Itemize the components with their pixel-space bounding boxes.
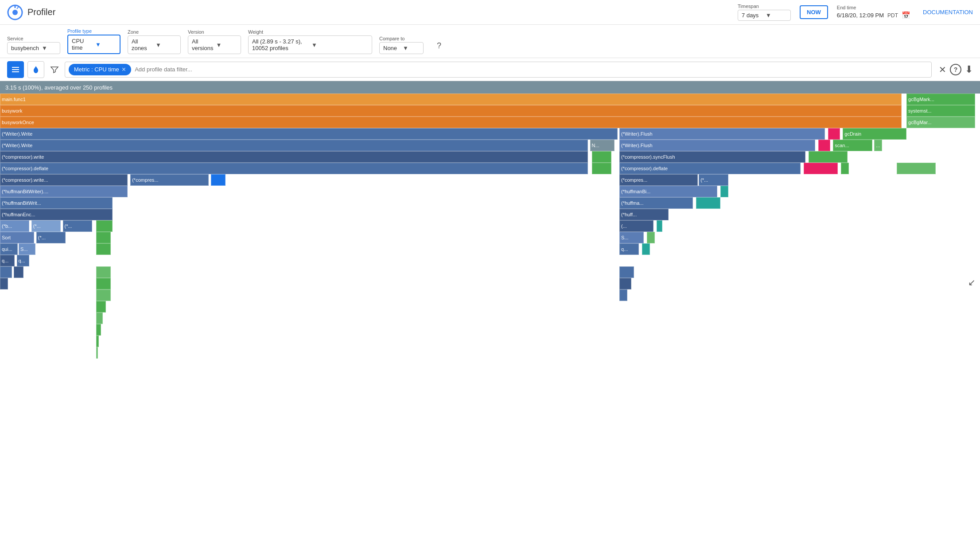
flame-block[interactable]	[696, 197, 720, 209]
flame-block[interactable]: (*Writer).Flush	[619, 140, 815, 151]
flame-block[interactable]	[592, 163, 611, 174]
now-button[interactable]: NOW	[800, 5, 828, 19]
flame-block-label: (*...	[37, 235, 47, 240]
filter-icon[interactable]	[48, 63, 61, 76]
flame-block[interactable]: gcDrain	[843, 128, 906, 140]
flame-block[interactable]: busyworkOnce	[0, 117, 902, 128]
filter-bar[interactable]: Metric : CPU time ×	[65, 62, 932, 78]
flame-block[interactable]: (*...	[36, 232, 66, 243]
metric-chip[interactable]: Metric : CPU time ×	[69, 64, 131, 75]
flame-block[interactable]: (*compressor).syncFlush	[619, 151, 805, 163]
flame-block[interactable]: ...	[874, 140, 882, 151]
flame-block[interactable]	[96, 301, 106, 313]
flame-block[interactable]: q...	[0, 255, 15, 266]
flame-block[interactable]: q...	[17, 255, 30, 266]
calendar-icon[interactable]: 📅	[902, 11, 910, 20]
flame-block[interactable]: (*compres...	[619, 174, 698, 186]
flame-block[interactable]	[96, 278, 111, 289]
flame-block[interactable]	[828, 128, 840, 140]
service-select[interactable]: busybench ▼	[7, 42, 60, 54]
service-value: busybench	[11, 45, 39, 51]
flame-block[interactable]	[592, 151, 611, 163]
flame-block[interactable]	[841, 163, 849, 174]
flame-block[interactable]: (*Writer).Write	[0, 128, 618, 140]
help-button[interactable]: ?	[950, 64, 961, 75]
flame-block[interactable]	[96, 336, 99, 347]
flame-block[interactable]	[657, 220, 662, 232]
flame-block[interactable]: gcBgMar...	[906, 117, 975, 128]
flame-block[interactable]: q...	[619, 243, 639, 255]
flame-block[interactable]	[14, 266, 23, 278]
compare-select[interactable]: None ▼	[379, 42, 424, 54]
flame-block[interactable]: qui...	[0, 243, 18, 255]
flame-block[interactable]: (*Writer).Write	[0, 140, 588, 151]
flame-block[interactable]: (*compressor).deflate	[0, 163, 588, 174]
flame-block[interactable]: (*compres...	[130, 174, 209, 186]
flame-block[interactable]: (*huff...	[619, 209, 669, 220]
filter-input[interactable]	[131, 64, 928, 74]
metric-chip-close-icon[interactable]: ×	[122, 66, 126, 74]
flame-block[interactable]	[0, 266, 12, 278]
flame-block[interactable]	[96, 243, 111, 255]
flame-block[interactable]: (*compressor).write...	[0, 174, 128, 186]
flame-block[interactable]	[720, 186, 728, 197]
flame-canvas[interactable]: main.func1gcBgMark...busyworksystemst...…	[0, 94, 980, 367]
flame-block[interactable]	[619, 289, 627, 301]
flame-block-label: q...	[620, 246, 629, 252]
compare-help-button[interactable]: ?	[431, 37, 447, 54]
flame-block-label: (*huffmanEnc...	[0, 212, 37, 217]
flame-block[interactable]: Sort	[0, 232, 34, 243]
flame-block[interactable]	[211, 174, 226, 186]
clear-filter-button[interactable]: ✕	[939, 64, 946, 75]
flame-block[interactable]: S...	[19, 243, 35, 255]
flame-block[interactable]: main.func1	[0, 94, 902, 105]
flame-block[interactable]: busywork	[0, 105, 902, 117]
flame-block[interactable]: (*huffmanBitWrit...	[0, 197, 113, 209]
flame-block[interactable]	[96, 347, 98, 359]
flame-block[interactable]	[96, 232, 111, 243]
flame-block[interactable]	[619, 266, 634, 278]
flame-block[interactable]: (*...	[699, 174, 728, 186]
flame-block[interactable]: (*Writer).Flush	[619, 128, 825, 140]
scroll-indicator[interactable]: ↙	[968, 277, 976, 288]
flame-block[interactable]	[96, 324, 101, 336]
profile-type-chevron-icon: ▼	[95, 41, 116, 48]
flame-block[interactable]: (*...	[31, 220, 61, 232]
weight-select[interactable]: All (2.89 s - 3.27 s), 10052 profiles ▼	[248, 35, 372, 54]
flame-view-button[interactable]	[27, 61, 44, 78]
flame-block[interactable]: (...	[619, 220, 653, 232]
flame-block[interactable]	[642, 243, 650, 255]
flame-block[interactable]: (*huffmanEnc...	[0, 209, 113, 220]
flame-block[interactable]	[804, 163, 838, 174]
flame-block[interactable]	[897, 163, 936, 174]
flame-block[interactable]: S...	[619, 232, 644, 243]
flame-block[interactable]	[818, 140, 830, 151]
list-view-button[interactable]	[7, 61, 24, 78]
flame-block[interactable]: (*compressor).write	[0, 151, 588, 163]
flame-block[interactable]: N...	[590, 140, 614, 151]
flame-block[interactable]	[96, 289, 111, 301]
flame-block[interactable]	[96, 266, 111, 278]
flame-block[interactable]: (*huffmanBi...	[619, 186, 717, 197]
timespan-select[interactable]: 7 days ▼	[738, 10, 791, 21]
flame-block[interactable]: (*...	[63, 220, 92, 232]
flame-block[interactable]: (*compressor).deflate	[619, 163, 801, 174]
flame-block[interactable]: (*huffmanBitWriter)....	[0, 186, 128, 197]
flame-block[interactable]	[619, 278, 631, 289]
profile-type-select[interactable]: CPU time ▼	[67, 35, 121, 54]
flame-block[interactable]	[809, 151, 848, 163]
flame-block[interactable]: gcBgMark...	[906, 94, 975, 105]
flame-block[interactable]	[96, 220, 113, 232]
documentation-link[interactable]: DOCUMENTATION	[923, 9, 973, 16]
flame-block[interactable]	[96, 313, 103, 324]
download-button[interactable]: ⬇	[965, 64, 973, 75]
flame-block[interactable]	[647, 232, 655, 243]
flame-block[interactable]	[0, 278, 8, 289]
flame-block[interactable]: (*huffma...	[619, 197, 693, 209]
version-select[interactable]: All versions ▼	[188, 35, 241, 54]
flame-block[interactable]: scan...	[833, 140, 872, 151]
flame-block[interactable]: systemst...	[906, 105, 975, 117]
zone-select[interactable]: All zones ▼	[128, 35, 181, 54]
zone-chevron-icon: ▼	[156, 42, 177, 48]
flame-block[interactable]: (*b...	[0, 220, 29, 232]
